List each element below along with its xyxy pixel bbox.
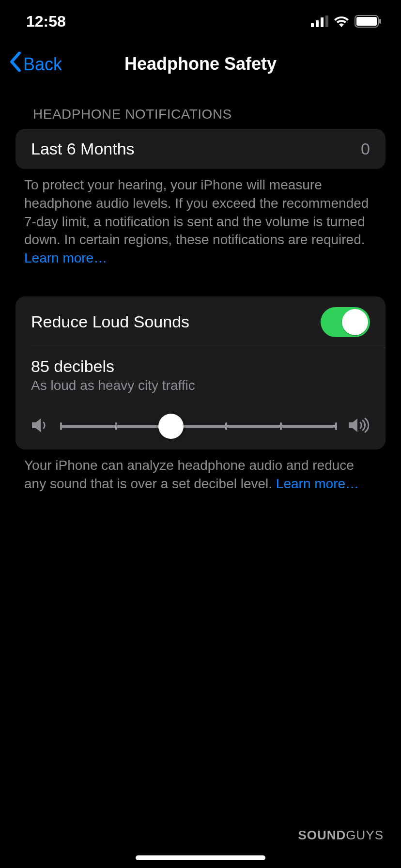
battery-icon <box>355 15 382 28</box>
svg-rect-1 <box>316 20 319 27</box>
decibel-description: As loud as heavy city traffic <box>31 378 370 393</box>
slider-track <box>61 425 336 428</box>
watermark-rest: GUYS <box>346 828 384 842</box>
watermark-bold: SOUND <box>298 828 346 842</box>
chevron-left-icon <box>9 52 21 77</box>
row-label: Last 6 Months <box>31 140 135 158</box>
decibel-value: 85 decibels <box>31 357 370 376</box>
volume-high-icon <box>348 417 370 435</box>
wifi-icon <box>333 16 350 27</box>
home-indicator[interactable] <box>136 855 265 860</box>
reduce-loud-sounds-row: Reduce Loud Sounds <box>15 296 386 348</box>
last-6-months-row[interactable]: Last 6 Months 0 <box>15 129 386 169</box>
slider-tick <box>115 422 117 430</box>
cellular-icon <box>311 16 328 27</box>
notifications-footer: To protect your hearing, your iPhone wil… <box>15 169 386 267</box>
svg-rect-0 <box>311 23 314 27</box>
slider-tick <box>225 422 227 430</box>
nav-bar: Back Headphone Safety <box>0 43 401 85</box>
reduce-toggle-label: Reduce Loud Sounds <box>31 312 189 331</box>
decibel-slider-row <box>31 417 370 436</box>
slider-tick <box>280 422 282 430</box>
reduce-footer: Your iPhone can analyze headphone audio … <box>15 450 386 493</box>
slider-tick <box>60 422 62 430</box>
status-time: 12:58 <box>26 13 66 31</box>
status-indicators <box>311 15 382 28</box>
row-value: 0 <box>361 140 370 158</box>
slider-tick <box>335 422 337 430</box>
volume-low-icon <box>31 417 49 435</box>
back-button[interactable]: Back <box>9 52 62 77</box>
page-title: Headphone Safety <box>124 54 277 74</box>
decibel-slider[interactable] <box>61 417 336 436</box>
section-header-notifications: HEADPHONE NOTIFICATIONS <box>15 85 386 129</box>
reduce-loud-sounds-toggle[interactable] <box>321 307 370 337</box>
svg-rect-5 <box>356 17 377 26</box>
back-label: Back <box>23 54 62 74</box>
slider-thumb[interactable] <box>158 414 184 439</box>
toggle-knob <box>342 309 368 335</box>
watermark: SOUNDGUYS <box>298 828 384 843</box>
notifications-learn-more-link[interactable]: Learn more… <box>24 250 107 265</box>
svg-rect-6 <box>379 19 381 24</box>
reduce-learn-more-link[interactable]: Learn more… <box>276 476 359 491</box>
reduce-group: Reduce Loud Sounds 85 decibels As loud a… <box>15 296 386 450</box>
svg-rect-3 <box>325 16 328 27</box>
status-bar: 12:58 <box>0 0 401 43</box>
svg-rect-2 <box>321 17 324 27</box>
notifications-group: Last 6 Months 0 <box>15 129 386 169</box>
notifications-footer-text: To protect your hearing, your iPhone wil… <box>24 177 369 247</box>
decibel-cell: 85 decibels As loud as heavy city traffi… <box>15 348 386 450</box>
